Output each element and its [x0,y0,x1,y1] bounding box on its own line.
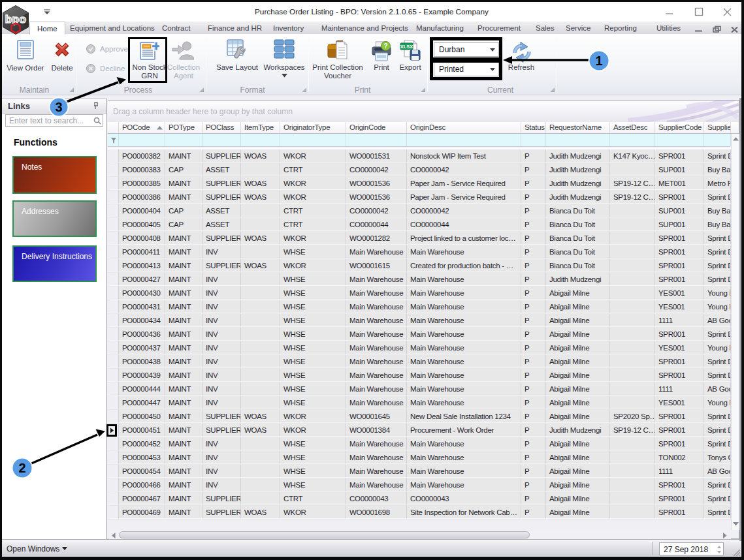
svg-text:XLSX: XLSX [400,44,413,50]
svg-text:?: ? [383,42,387,50]
